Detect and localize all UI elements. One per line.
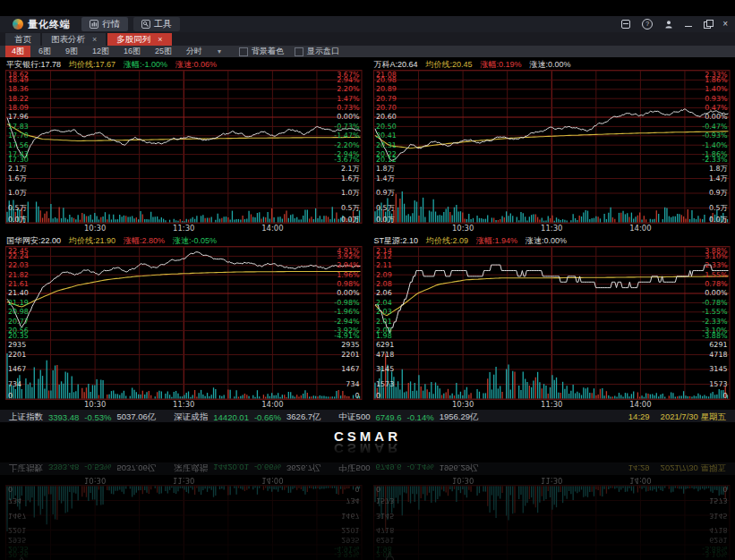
- svg-text:1.4万: 1.4万: [375, 174, 394, 182]
- svg-text:-3.88%: -3.88%: [702, 544, 728, 552]
- svg-text:1.8万: 1.8万: [375, 165, 394, 173]
- chart-panel-stxingyuan[interactable]: ST星源:2.10 均价线:2.09 涨幅:1.94% 涨速:0.00% 2.1…: [372, 235, 731, 410]
- tab-home[interactable]: 首页: [5, 33, 40, 46]
- checkbox-show-orderbook[interactable]: 显示盘口: [295, 46, 339, 57]
- avg-price-label: 均价线:21.90: [69, 235, 115, 246]
- svg-text:2201: 2201: [8, 526, 26, 534]
- svg-text:0: 0: [8, 392, 13, 400]
- checkbox-box[interactable]: [295, 47, 303, 56]
- chart-grid: 平安银行:17.78 均价线:17.67 涨幅:-1.00% 涨速:0.06% …: [0, 57, 735, 410]
- intraday-button[interactable]: 分时: [180, 46, 209, 57]
- svg-text:1.6万: 1.6万: [8, 174, 27, 182]
- svg-text:10:30: 10:30: [451, 224, 473, 233]
- svg-text:2935: 2935: [8, 341, 26, 349]
- minimize-icon[interactable]: [685, 26, 692, 27]
- speed-label: 涨速:0.06%: [175, 59, 217, 70]
- svg-text:-2.20%: -2.20%: [334, 141, 360, 149]
- watermark-zone: CSMAR CSMAR: [0, 422, 735, 462]
- svg-text:10:30: 10:30: [84, 476, 106, 485]
- title-bar: 量化终端 行情 工具 ? ×: [0, 16, 735, 32]
- volume-bars: [374, 353, 727, 398]
- svg-text:20.35: 20.35: [8, 544, 29, 552]
- svg-text:14:00: 14:00: [629, 400, 651, 409]
- avg-price-label: 均价线:2.09: [426, 235, 468, 246]
- svg-text:4718: 4718: [375, 351, 393, 359]
- svg-text:0.00%: 0.00%: [705, 289, 728, 297]
- svg-text:-2.33%: -2.33%: [702, 318, 728, 326]
- svg-text:6291: 6291: [375, 341, 393, 349]
- chart-canvas[interactable]: 2.142.122.112.092.082.062.042.032.012.00…: [372, 246, 731, 410]
- user-icon[interactable]: [664, 20, 673, 29]
- svg-text:3145: 3145: [709, 365, 727, 373]
- feedback-icon[interactable]: [621, 20, 630, 29]
- menu-tools[interactable]: 工具: [133, 17, 180, 31]
- svg-text:1.8万: 1.8万: [708, 165, 727, 173]
- chart-canvas[interactable]: 22.4522.2422.0321.8221.6121.4021.1920.98…: [4, 246, 363, 410]
- svg-text:20.41: 20.41: [375, 132, 396, 140]
- layout-25-button[interactable]: 25图: [149, 46, 178, 57]
- index-csi500[interactable]: 中证500 6749.6 -0.14% 1956.29亿: [339, 412, 479, 423]
- svg-text:0: 0: [375, 392, 380, 400]
- layout-9-button[interactable]: 9图: [59, 46, 84, 57]
- speed-label: 涨速:0.00%: [530, 59, 571, 70]
- chart-panel-vanke[interactable]: 万科A:20.64 均价线:20.45 涨幅:0.19% 涨速:0.00% 21…: [372, 59, 731, 233]
- chart-header: ST星源:2.10 均价线:2.09 涨幅:1.94% 涨速:0.00%: [372, 235, 731, 246]
- tab-close-icon[interactable]: ×: [158, 35, 162, 44]
- svg-text:-0.93%: -0.93%: [702, 132, 728, 140]
- svg-text:734: 734: [8, 496, 21, 505]
- svg-text:2.04: 2.04: [375, 299, 391, 307]
- chart-panel-guohua[interactable]: 国华网安:22.00 均价线:21.90 涨幅:2.80% 涨速:-0.05% …: [4, 235, 363, 410]
- svg-text:1.86%: 1.86%: [705, 76, 728, 84]
- layout-4-button[interactable]: 4图: [5, 46, 30, 57]
- svg-text:3145: 3145: [709, 511, 727, 519]
- change-label: 涨幅:2.80%: [124, 235, 165, 246]
- close-icon[interactable]: ×: [722, 20, 728, 29]
- stock-name-price: ST星源:2.10: [374, 235, 419, 246]
- chart-panel-pingan[interactable]: 平安银行:17.78 均价线:17.67 涨幅:-1.00% 涨速:0.06% …: [4, 59, 363, 233]
- svg-text:-3.67%: -3.67%: [334, 156, 360, 164]
- svg-text:6291: 6291: [709, 535, 727, 543]
- menu-market[interactable]: 行情: [81, 17, 128, 31]
- checkbox-box[interactable]: [239, 47, 248, 56]
- svg-text:0: 0: [8, 484, 13, 492]
- svg-text:1.47%: 1.47%: [337, 95, 360, 103]
- svg-text:0.9万: 0.9万: [708, 189, 727, 197]
- dropdown-caret-icon[interactable]: ▾: [210, 47, 228, 55]
- svg-text:1573: 1573: [709, 496, 727, 505]
- svg-text:20.35: 20.35: [8, 332, 29, 340]
- svg-text:11:30: 11:30: [541, 224, 562, 233]
- svg-text:734: 734: [346, 496, 359, 505]
- svg-text:20.77: 20.77: [8, 318, 29, 326]
- tab-multi-stock[interactable]: 多股同列 ×: [107, 33, 171, 46]
- svg-text:1573: 1573: [375, 380, 393, 388]
- chart-canvas[interactable]: 18.6218.4918.3618.2218.0917.9617.8317.70…: [4, 70, 363, 233]
- top-margin: [0, 0, 735, 16]
- chart-canvas[interactable]: 21.0820.9820.8920.7920.7020.6020.5020.41…: [372, 70, 731, 233]
- tab-chart-analysis[interactable]: 图表分析 ×: [42, 33, 106, 46]
- tab-close-icon[interactable]: ×: [92, 35, 97, 44]
- svg-text:2.1万: 2.1万: [8, 165, 27, 173]
- svg-text:1.6万: 1.6万: [341, 174, 360, 182]
- restore-icon[interactable]: [704, 21, 711, 29]
- gridlines: [373, 71, 730, 224]
- svg-text:-0.78%: -0.78%: [702, 299, 728, 307]
- svg-text:1.98: 1.98: [375, 544, 391, 552]
- checkbox-background-shading[interactable]: 背景着色: [239, 46, 284, 57]
- svg-text:3.10%: 3.10%: [705, 252, 728, 260]
- svg-text:0.5万: 0.5万: [708, 204, 727, 212]
- layout-16-button[interactable]: 16图: [117, 46, 147, 57]
- svg-text:20.98: 20.98: [375, 76, 396, 84]
- index-shanghai[interactable]: 上证指数 3393.48 -0.53% 5037.06亿: [9, 412, 156, 423]
- index-turnover: 5037.06亿: [116, 412, 156, 423]
- svg-text:-4.91%: -4.91%: [334, 332, 360, 340]
- svg-text:17.83: 17.83: [8, 123, 29, 131]
- svg-text:20.12: 20.12: [375, 156, 396, 164]
- layout-12-button[interactable]: 12图: [86, 46, 115, 57]
- market-menu-icon: [90, 20, 98, 29]
- index-shenzhen[interactable]: 深证成指 14420.01 -0.66% 3626.7亿: [174, 412, 320, 423]
- layout-6-button[interactable]: 6图: [32, 46, 57, 57]
- svg-text:3.92%: 3.92%: [337, 252, 360, 260]
- svg-text:1467: 1467: [8, 511, 26, 519]
- help-icon[interactable]: ?: [642, 19, 653, 30]
- svg-text:-0.47%: -0.47%: [702, 123, 728, 131]
